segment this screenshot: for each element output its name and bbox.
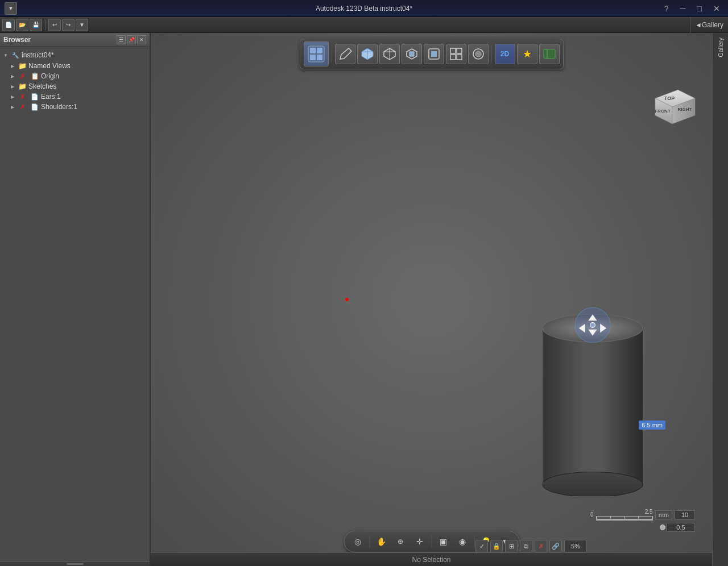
svg-text:FRONT: FRONT	[655, 109, 671, 114]
frame-button[interactable]: ▣	[435, 534, 451, 550]
zoom-value[interactable]: 10	[675, 510, 695, 519]
pencil-tool-button[interactable]	[335, 44, 355, 64]
clip-button[interactable]: ◉	[454, 534, 470, 550]
gallery-side-label[interactable]: Gallery	[715, 33, 726, 62]
zoom-plus-button[interactable]: ⊕	[392, 534, 408, 550]
svg-rect-32	[543, 328, 544, 485]
slider-value: 0.5	[667, 523, 695, 532]
link-icon[interactable]: 🔗	[549, 540, 562, 552]
face-view-button[interactable]	[424, 44, 444, 64]
close-button[interactable]: ✕	[710, 3, 723, 14]
new-button[interactable]: 📄	[2, 19, 15, 31]
box-view-button[interactable]	[379, 44, 400, 64]
browser-resize-grip	[67, 563, 84, 565]
status-text: No Selection	[412, 556, 450, 564]
sketches-folder-icon: 📁	[18, 82, 27, 90]
layer-icon[interactable]: ⧉	[520, 540, 532, 552]
maximize-button[interactable]: □	[694, 3, 705, 14]
svg-rect-3	[310, 55, 316, 60]
gallery-bar[interactable]: ◄ Gallery	[690, 17, 728, 33]
app-menu-button[interactable]: ▼	[5, 2, 17, 15]
ears-arrow[interactable]: ▶	[9, 93, 16, 100]
toolbar-separator-1	[332, 45, 332, 63]
home-view-button[interactable]	[304, 41, 329, 66]
svg-marker-12	[410, 52, 414, 56]
svg-rect-14	[431, 51, 437, 57]
extra-button[interactable]	[539, 44, 560, 64]
browser-header: Browser ☰ 📌 ✕	[0, 33, 150, 47]
target-button[interactable]: ◎	[350, 534, 366, 550]
open-button[interactable]: 📂	[16, 19, 28, 31]
unit-label: mm	[655, 510, 672, 519]
browser-panel: Browser ☰ 📌 ✕ ▼ 🔧 instruct04* ▶ 📁 Named …	[0, 33, 151, 566]
browser-list-btn[interactable]: ☰	[117, 35, 126, 44]
save-button[interactable]: 💾	[30, 19, 42, 31]
origin-label: Origin	[41, 72, 59, 80]
3d-object-area[interactable]	[530, 292, 655, 498]
svg-point-38	[590, 323, 595, 328]
minimize-button[interactable]: ─	[677, 3, 689, 14]
tree-root-item[interactable]: ▼ 🔧 instruct04*	[0, 49, 150, 61]
dimension-value: 6.5 mm	[642, 422, 663, 428]
status-bar-icons: ✓ 🔒 ⊞ ⧉ ✗ 🔗 5%	[475, 540, 587, 552]
origin-redx-icon: ✗	[18, 72, 27, 80]
named-views-arrow[interactable]: ▶	[9, 63, 16, 69]
shoulders-arrow[interactable]: ▶	[9, 103, 16, 110]
sketches-arrow[interactable]: ▶	[9, 83, 16, 90]
star-button[interactable]: ★	[517, 44, 537, 64]
solid-box-button[interactable]	[357, 44, 378, 64]
browser-resize-handle[interactable]	[0, 561, 150, 566]
tree-item-sketches[interactable]: ▶ 📁 Sketches	[0, 81, 150, 91]
ears-redx-icon: ✗	[18, 93, 27, 101]
browser-tree: ▼ 🔧 instruct04* ▶ 📁 Named Views ▶ ✗ 📋 Or…	[0, 47, 150, 561]
view-cube[interactable]: TOP FRONT RIGHT	[644, 78, 701, 135]
scale-left-val: 0	[590, 511, 594, 518]
rotate-view-button[interactable]	[402, 44, 422, 64]
browser-pin-btn[interactable]: 📌	[127, 35, 136, 44]
2d-view-button[interactable]: 2D	[495, 44, 515, 64]
redo-button[interactable]: ↪	[62, 19, 75, 31]
svg-rect-21	[544, 49, 555, 59]
checkmark-icon[interactable]: ✓	[475, 540, 488, 552]
tree-item-shoulders[interactable]: ▶ ✗ 📄 Shoulders:1	[0, 102, 150, 112]
scale-right-val: 2.5	[645, 509, 653, 515]
svg-rect-16	[457, 48, 462, 53]
dropdown-button[interactable]: ▼	[76, 19, 88, 31]
cylinder-svg	[530, 292, 655, 496]
help-button[interactable]: ?	[661, 3, 672, 14]
tree-item-named-views[interactable]: ▶ 📁 Named Views	[0, 61, 150, 71]
mark-icon[interactable]: ✗	[535, 540, 547, 552]
tree-root-arrow[interactable]: ▼	[2, 52, 9, 59]
ears-label: Ears:1	[41, 93, 61, 101]
title-bar-controls: ? ─ □ ✕	[661, 3, 723, 14]
pan-button[interactable]: ✋	[373, 534, 389, 550]
svg-rect-17	[450, 55, 456, 60]
grid-view-button[interactable]	[446, 44, 466, 64]
title-bar: ▼ Autodesk 123D Beta instruct04* ? ─ □ ✕	[0, 0, 728, 17]
tree-item-origin[interactable]: ▶ ✗ 📋 Origin	[0, 71, 150, 81]
viewport[interactable]: 2D ★	[151, 33, 712, 566]
btm-sep-2	[431, 535, 432, 548]
grid-icon[interactable]: ⊞	[505, 540, 518, 552]
svg-text:RIGHT: RIGHT	[678, 107, 692, 112]
svg-point-20	[475, 51, 481, 57]
scale-bar: 0 2.5 mm 10	[590, 509, 695, 532]
named-views-folder-icon: 📁	[18, 62, 27, 70]
lock-icon[interactable]: 🔒	[490, 540, 503, 552]
move-button[interactable]: ✛	[412, 534, 428, 550]
ears-doc-icon: 📄	[30, 93, 39, 101]
svg-rect-1	[310, 48, 316, 53]
tree-item-ears[interactable]: ▶ ✗ 📄 Ears:1	[0, 91, 150, 102]
tree-root-label: instruct04*	[22, 51, 54, 59]
browser-close-btn[interactable]: ✕	[137, 35, 146, 44]
main-layout: Browser ☰ 📌 ✕ ▼ 🔧 instruct04* ▶ 📁 Named …	[0, 33, 728, 566]
undo-button[interactable]: ↩	[48, 19, 61, 31]
svg-rect-2	[317, 48, 322, 53]
gallery-label[interactable]: Gallery	[702, 21, 723, 29]
display-mode-button[interactable]	[468, 44, 489, 64]
qat-separator-1	[45, 19, 46, 31]
gallery-side-panel[interactable]: Gallery	[712, 33, 728, 566]
svg-point-30	[543, 472, 643, 497]
origin-arrow[interactable]: ▶	[9, 73, 16, 80]
percent-display[interactable]: 5%	[564, 540, 587, 552]
